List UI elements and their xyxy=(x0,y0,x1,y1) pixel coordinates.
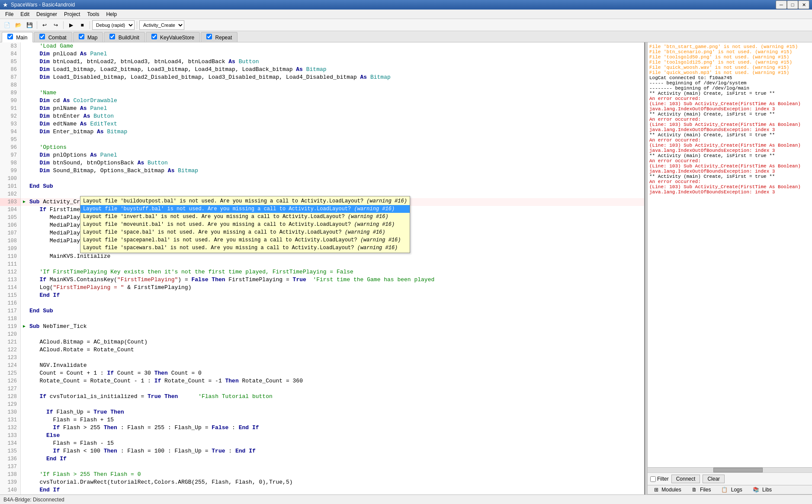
tb-run[interactable]: ▶ xyxy=(66,20,76,30)
toolbar: 📄 📂 💾 ↩ ↪ ▶ ■ Debug (rapid) Debug Releas… xyxy=(0,19,812,31)
code-line-121: 121 ACloud.Bitmap = AC_bitmap(Count) xyxy=(0,338,644,346)
tab-files-label: Files xyxy=(700,487,711,493)
tb-open[interactable]: 📂 xyxy=(13,20,23,30)
minimize-button[interactable]: ─ xyxy=(776,0,787,9)
line-icon-83 xyxy=(21,42,28,50)
code-line-90: 90 Dim cd As ColorDrawable xyxy=(0,97,644,105)
filter-checkbox[interactable] xyxy=(650,476,656,482)
tb-save[interactable]: 💾 xyxy=(24,20,35,30)
logcat-scrollbar[interactable] xyxy=(648,467,812,472)
tab-main[interactable]: Main xyxy=(2,32,33,42)
tab-files[interactable]: 🗎 Files xyxy=(687,485,716,494)
tb-stop[interactable]: ■ xyxy=(77,20,87,30)
log-line-13: ** Activity (main) Create, isFirst = tru… xyxy=(649,112,810,117)
activity-dropdown[interactable]: Activity_Create xyxy=(139,20,184,30)
code-line-88: 88 xyxy=(0,81,644,89)
tab-repeat[interactable]: Repeat xyxy=(201,32,238,42)
tooltip-item-4[interactable]: Layout file 'space.bal' is not used. Are… xyxy=(80,228,410,236)
code-line-117: 117 End Sub xyxy=(0,307,644,315)
libs-icon: 📚 xyxy=(753,487,759,493)
log-area: File 'btn_start_game.png' is not used. (… xyxy=(648,42,812,467)
tab-map-checkbox[interactable] xyxy=(79,34,84,39)
tab-main-checkbox[interactable] xyxy=(7,34,13,39)
app-icon: ★ xyxy=(3,1,8,8)
modules-icon: ⊞ xyxy=(654,487,658,493)
tab-keyvaluestore[interactable]: KeyValueStore xyxy=(146,32,200,42)
close-button[interactable]: ✕ xyxy=(798,0,809,9)
code-line-141: 141 xyxy=(0,494,644,494)
code-line-123: 123 xyxy=(0,354,644,362)
tooltip-item-2[interactable]: Layout file 'invert.bal' is not used. Ar… xyxy=(80,213,410,221)
log-line-6: LogCat connected to: f10aa745 xyxy=(649,75,810,80)
bottom-tabs: ⊞ Modules 🗎 Files 📋 Logs 📚 Libs xyxy=(648,485,812,494)
log-line-26: An error occurred: xyxy=(649,179,810,184)
maximize-button[interactable]: □ xyxy=(787,0,798,9)
code-line-89: 89 'Name xyxy=(0,89,644,97)
tab-modules[interactable]: ⊞ Modules xyxy=(649,485,686,494)
code-line-111: 111 xyxy=(0,260,644,268)
tb-new[interactable]: 📄 xyxy=(2,20,12,30)
tooltip-item-0[interactable]: Layout file 'buildoutpost.bal' is not us… xyxy=(80,197,410,205)
code-line-97: 97 Dim pnlOptions As Panel xyxy=(0,151,644,159)
main-layout: 83 'Load Game 84 Dim pnlLoad As Panel 85… xyxy=(0,42,812,494)
code-line-94: 94 Dim Enter_bitmap As Bitmap xyxy=(0,128,644,136)
tab-repeat-checkbox[interactable] xyxy=(206,34,212,39)
code-line-135: 135 If Flash < 100 Then : Flash = 100 : … xyxy=(0,447,644,455)
tab-combat-checkbox[interactable] xyxy=(39,34,45,39)
code-line-132: 132 If Flash > 255 Then : Flash = 255 : … xyxy=(0,424,644,432)
log-line-16: java.lang.IndexOutOfBoundsException: ind… xyxy=(649,127,810,132)
log-line-17: ** Activity (main) Create, isFirst = tru… xyxy=(649,132,810,138)
tab-map[interactable]: Map xyxy=(73,32,103,42)
code-line-127: 127 xyxy=(0,385,644,393)
code-line-87: 87 Dim Load1_Disabled_bitmap, Load2_Disa… xyxy=(0,74,644,81)
code-line-133: 133 Else xyxy=(0,432,644,440)
menu-edit[interactable]: Edit xyxy=(17,10,33,18)
tab-buildunit[interactable]: BuildUnit xyxy=(104,32,144,42)
autocomplete-tooltip[interactable]: Layout file 'buildoutpost.bal' is not us… xyxy=(80,196,410,253)
tab-combat[interactable]: Combat xyxy=(34,32,72,42)
tb-redo[interactable]: ↪ xyxy=(51,20,61,30)
code-line-110: 110 MainKVS.Initialize xyxy=(0,253,644,260)
logcat-scrollbar-thumb[interactable] xyxy=(713,468,763,472)
tab-libs[interactable]: 📚 Libs xyxy=(748,485,777,494)
menu-project[interactable]: Project xyxy=(61,10,83,18)
log-line-12: java.lang.IndexOutOfBoundsException: ind… xyxy=(649,106,810,112)
code-line-95: 95 xyxy=(0,136,644,144)
connect-button[interactable]: Connect xyxy=(671,475,700,483)
filter-checkbox-label[interactable]: Filter xyxy=(650,476,669,482)
menu-help[interactable]: Help xyxy=(103,10,120,18)
log-line-8: -------- beginning of /dev/log/main xyxy=(649,86,810,91)
menu-designer[interactable]: Designer xyxy=(33,10,61,18)
log-line-19: (Line: 103) Sub Activity_Create(FirstTim… xyxy=(649,143,810,148)
code-line-120: 120 xyxy=(0,331,644,338)
code-editor[interactable]: 83 'Load Game 84 Dim pnlLoad As Panel 85… xyxy=(0,42,644,494)
menu-file[interactable]: File xyxy=(2,10,17,18)
files-icon: 🗎 xyxy=(692,487,697,493)
code-line-113: 113 If MainKVS.ContainsKey("FirstTimePla… xyxy=(0,276,644,284)
logcat-controls: Filter Connect Clear xyxy=(648,472,812,485)
code-line-98: 98 Dim btnSound, btnOptionsBack As Butto… xyxy=(0,159,644,167)
code-line-122: 122 ACloud.Rotate = Rotate_Count xyxy=(0,346,644,354)
log-line-25: ** Activity (main) Create, isFirst = tru… xyxy=(649,174,810,179)
tab-logs[interactable]: 📋 Logs xyxy=(716,485,747,494)
clear-button[interactable]: Clear xyxy=(703,475,725,483)
status-text: B4A-Bridge: Disconnected xyxy=(3,497,64,503)
code-line-136: 136 End If xyxy=(0,455,644,463)
tooltip-item-3[interactable]: Layout file 'moveunit.bal' is not used. … xyxy=(80,221,410,228)
log-line-28: java.lang.IndexOutOfBoundsException: ind… xyxy=(649,189,810,195)
tab-keyvaluestore-checkbox[interactable] xyxy=(151,34,157,39)
tooltip-item-1[interactable]: Layout file 'buystuff.bal' is not used. … xyxy=(80,205,410,213)
tooltip-item-5[interactable]: Layout file 'spacepanel.bal' is not used… xyxy=(80,236,410,244)
tb-undo[interactable]: ↩ xyxy=(39,20,50,30)
nav-tabs: Main Combat Map BuildUnit KeyValueStore … xyxy=(0,31,812,42)
tooltip-item-6[interactable]: Layout file 'spacewars.bal' is not used.… xyxy=(80,244,410,252)
log-line-3: File 'toolsgold125.png' is not used. (wa… xyxy=(649,60,810,65)
tab-buildunit-checkbox[interactable] xyxy=(109,34,115,39)
debug-dropdown[interactable]: Debug (rapid) Debug Release xyxy=(92,20,135,30)
code-line-86: 86 Dim Load1_bitmap, Load2_bitmap, Load3… xyxy=(0,66,644,74)
line-code-83: 'Load Game xyxy=(28,42,73,50)
title-text: SpaceWars - Basic4android xyxy=(11,2,776,8)
menu-tools[interactable]: Tools xyxy=(83,10,103,18)
code-line-124: 124 NGV.Invalidate xyxy=(0,362,644,369)
log-line-27: (Line: 103) Sub Activity_Create(FirstTim… xyxy=(649,184,810,189)
